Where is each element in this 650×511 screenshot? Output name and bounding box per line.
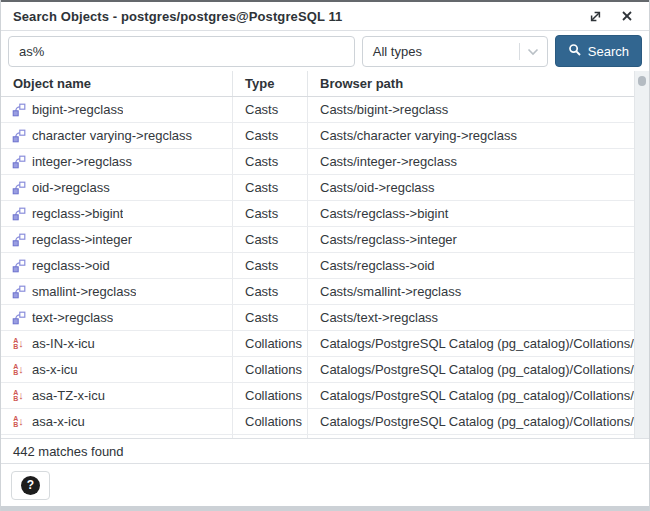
object-name: asa-TZ-x-icu bbox=[32, 388, 105, 403]
cast-icon bbox=[11, 180, 26, 195]
search-button[interactable]: Search bbox=[555, 35, 642, 67]
object-name: asa-x-icu bbox=[32, 414, 85, 429]
cast-icon bbox=[11, 206, 26, 221]
cast-icon bbox=[11, 102, 26, 117]
object-name: integer->regclass bbox=[32, 154, 132, 169]
table-row[interactable]: oid->regclass Casts Casts/oid->regclass bbox=[1, 175, 634, 201]
object-type bbox=[233, 435, 308, 438]
cast-icon bbox=[11, 128, 26, 143]
table-row[interactable]: text->regclass Casts Casts/text->regclas… bbox=[1, 305, 634, 331]
object-name: bigint->regclass bbox=[32, 102, 123, 117]
browser-path: Casts/regclass->bigint bbox=[308, 201, 634, 226]
cast-icon bbox=[11, 310, 26, 325]
cast-icon bbox=[11, 232, 26, 247]
dialog-title: Search Objects - postgres/postgres@Postg… bbox=[13, 9, 342, 24]
table-body: bigint->regclass Casts Casts/bigint->reg… bbox=[1, 97, 634, 438]
dropdown-separator bbox=[519, 43, 520, 60]
object-name: as-IN-x-icu bbox=[32, 336, 95, 351]
collation-sort-icon: AB↓ bbox=[11, 336, 26, 351]
object-name: regclass->integer bbox=[32, 232, 132, 247]
object-type: Casts bbox=[233, 201, 308, 226]
object-name: text->regclass bbox=[32, 310, 113, 325]
object-type: Casts bbox=[233, 227, 308, 252]
browser-path: Casts/bigint->regclass bbox=[308, 97, 634, 122]
browser-path: Casts/regclass->integer bbox=[308, 227, 634, 252]
object-type: Casts bbox=[233, 97, 308, 122]
object-type: Collations bbox=[233, 357, 308, 382]
object-name: character varying->regclass bbox=[32, 128, 192, 143]
window-bottom-edge bbox=[1, 506, 649, 511]
browser-path: Casts/oid->regclass bbox=[308, 175, 634, 200]
maximize-icon[interactable] bbox=[587, 8, 603, 24]
table-row[interactable] bbox=[1, 435, 634, 438]
object-name: smallint->regclass bbox=[32, 284, 136, 299]
cast-icon bbox=[11, 284, 26, 299]
search-icon bbox=[568, 43, 582, 60]
chevron-down-icon bbox=[527, 44, 539, 59]
results-table: Object name Type Browser path bigint->re… bbox=[1, 71, 649, 438]
table-row[interactable]: AB↓ as-IN-x-icu Collations Catalogs/Post… bbox=[1, 331, 634, 357]
object-type: Casts bbox=[233, 123, 308, 148]
dialog-footer: ? bbox=[1, 464, 649, 506]
type-filter-dropdown[interactable]: All types bbox=[362, 36, 548, 67]
cast-icon bbox=[11, 258, 26, 273]
help-button[interactable]: ? bbox=[11, 471, 50, 500]
table-row[interactable]: regclass->integer Casts Casts/regclass->… bbox=[1, 227, 634, 253]
browser-path bbox=[308, 435, 634, 438]
object-type: Collations bbox=[233, 383, 308, 408]
browser-path: Casts/integer->regclass bbox=[308, 149, 634, 174]
object-type: Casts bbox=[233, 305, 308, 330]
search-toolbar: All types Search bbox=[1, 31, 649, 71]
close-icon[interactable] bbox=[619, 8, 635, 24]
table-row[interactable]: integer->regclass Casts Casts/integer->r… bbox=[1, 149, 634, 175]
browser-path: Catalogs/PostgreSQL Catalog (pg_catalog)… bbox=[308, 331, 634, 356]
status-bar: 442 matches found bbox=[1, 438, 649, 464]
scrollbar-thumb[interactable] bbox=[638, 76, 646, 86]
table-header-row: Object name Type Browser path bbox=[1, 71, 634, 97]
browser-path: Catalogs/PostgreSQL Catalog (pg_catalog)… bbox=[308, 357, 634, 382]
cast-icon bbox=[11, 154, 26, 169]
column-header-browser-path[interactable]: Browser path bbox=[308, 71, 634, 96]
object-type: Casts bbox=[233, 279, 308, 304]
search-button-label: Search bbox=[588, 44, 629, 59]
column-header-object-name[interactable]: Object name bbox=[1, 71, 233, 96]
search-input[interactable] bbox=[8, 36, 355, 67]
table-row[interactable]: AB↓ asa-x-icu Collations Catalogs/Postgr… bbox=[1, 409, 634, 435]
object-name: regclass->bigint bbox=[32, 206, 123, 221]
browser-path: Catalogs/PostgreSQL Catalog (pg_catalog)… bbox=[308, 383, 634, 408]
browser-path: Casts/smallint->regclass bbox=[308, 279, 634, 304]
collation-sort-icon: AB↓ bbox=[11, 414, 26, 429]
collation-sort-icon: AB↓ bbox=[11, 388, 26, 403]
table-row[interactable]: regclass->bigint Casts Casts/regclass->b… bbox=[1, 201, 634, 227]
vertical-scrollbar[interactable] bbox=[634, 71, 649, 438]
column-header-type[interactable]: Type bbox=[233, 71, 308, 96]
object-type: Casts bbox=[233, 175, 308, 200]
object-type: Casts bbox=[233, 253, 308, 278]
browser-path: Casts/text->regclass bbox=[308, 305, 634, 330]
object-name: as-x-icu bbox=[32, 362, 78, 377]
table-row[interactable]: character varying->regclass Casts Casts/… bbox=[1, 123, 634, 149]
object-name: regclass->oid bbox=[32, 258, 110, 273]
browser-path: Casts/character varying->regclass bbox=[308, 123, 634, 148]
table-row[interactable]: AB↓ asa-TZ-x-icu Collations Catalogs/Pos… bbox=[1, 383, 634, 409]
table-row[interactable]: regclass->oid Casts Casts/regclass->oid bbox=[1, 253, 634, 279]
search-objects-dialog: Search Objects - postgres/postgres@Postg… bbox=[0, 0, 650, 511]
collation-sort-icon: AB↓ bbox=[11, 362, 26, 377]
object-type: Collations bbox=[233, 409, 308, 434]
type-filter-value: All types bbox=[373, 44, 519, 59]
dialog-titlebar: Search Objects - postgres/postgres@Postg… bbox=[1, 2, 649, 31]
browser-path: Casts/regclass->oid bbox=[308, 253, 634, 278]
browser-path: Catalogs/PostgreSQL Catalog (pg_catalog)… bbox=[308, 409, 634, 434]
question-mark-icon: ? bbox=[21, 476, 40, 495]
object-type: Casts bbox=[233, 149, 308, 174]
table-row[interactable]: AB↓ as-x-icu Collations Catalogs/Postgre… bbox=[1, 357, 634, 383]
matches-found-text: 442 matches found bbox=[13, 444, 124, 459]
table-row[interactable]: smallint->regclass Casts Casts/smallint-… bbox=[1, 279, 634, 305]
object-name: oid->regclass bbox=[32, 180, 110, 195]
object-type: Collations bbox=[233, 331, 308, 356]
table-row[interactable]: bigint->regclass Casts Casts/bigint->reg… bbox=[1, 97, 634, 123]
